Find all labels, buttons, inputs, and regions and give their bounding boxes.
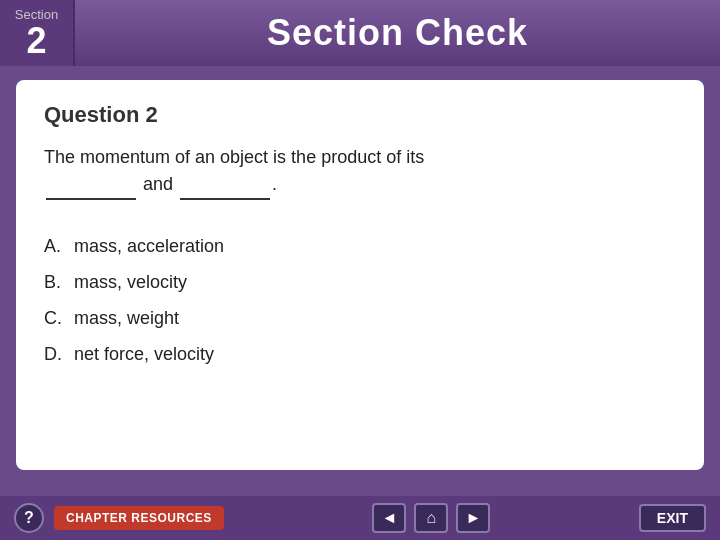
answer-list: A. mass, acceleration B. mass, velocity … — [44, 228, 676, 372]
chapter-resources-button[interactable]: CHAPTER RESOURCES — [54, 506, 224, 530]
list-item: A. mass, acceleration — [44, 228, 676, 264]
content-card: Question 2 The momentum of an object is … — [16, 80, 704, 470]
bottom-left: ? CHAPTER RESOURCES — [14, 503, 224, 533]
header: Section 2 Section Check — [0, 0, 720, 66]
blank-2 — [180, 171, 270, 200]
question-text: The momentum of an object is the product… — [44, 144, 676, 200]
answer-letter-d: D. — [44, 336, 66, 372]
answer-text-d: net force, velocity — [74, 336, 214, 372]
answer-letter-a: A. — [44, 228, 66, 264]
question-title: Question 2 — [44, 102, 676, 128]
answer-letter-c: C. — [44, 300, 66, 336]
exit-button[interactable]: EXIT — [639, 504, 706, 532]
answer-letter-b: B. — [44, 264, 66, 300]
question-connector: and — [143, 174, 173, 194]
question-period: . — [272, 174, 277, 194]
question-text-before: The momentum of an object is the product… — [44, 147, 424, 167]
answer-text-b: mass, velocity — [74, 264, 187, 300]
list-item: D. net force, velocity — [44, 336, 676, 372]
bottom-bar: ? CHAPTER RESOURCES ◄ ⌂ ► EXIT — [0, 496, 720, 540]
help-button[interactable]: ? — [14, 503, 44, 533]
section-number: 2 — [26, 23, 46, 59]
blank-1 — [46, 171, 136, 200]
nav-next-button[interactable]: ► — [456, 503, 490, 533]
answer-text-c: mass, weight — [74, 300, 179, 336]
answer-text-a: mass, acceleration — [74, 228, 224, 264]
list-item: B. mass, velocity — [44, 264, 676, 300]
bottom-center-nav: ◄ ⌂ ► — [372, 503, 490, 533]
nav-home-button[interactable]: ⌂ — [414, 503, 448, 533]
list-item: C. mass, weight — [44, 300, 676, 336]
nav-prev-button[interactable]: ◄ — [372, 503, 406, 533]
section-badge: Section 2 — [0, 0, 75, 66]
page-title: Section Check — [75, 12, 720, 54]
